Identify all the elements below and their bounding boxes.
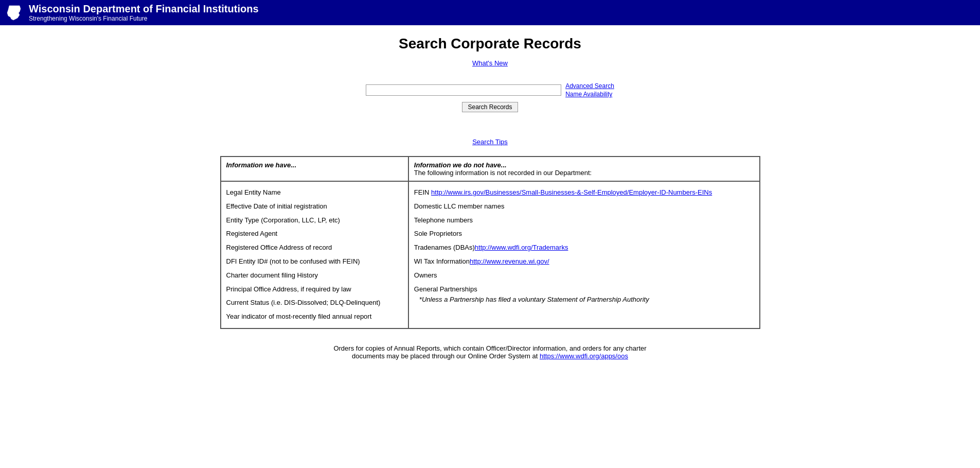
list-item: Registered Office Address of record [226, 241, 403, 255]
search-row: Advanced Search Name Availability [366, 82, 614, 98]
list-item: Current Status (i.e. DIS-Dissolved; DLQ-… [226, 296, 403, 310]
search-section: Advanced Search Name Availability Search… [218, 82, 763, 112]
list-item: Effective Date of initial registration [226, 200, 403, 214]
right-col-entry: FEIN http://www.irs.gov/Businesses/Small… [414, 186, 754, 200]
site-subtitle: Strengthening Wisconsin's Financial Futu… [29, 15, 259, 22]
site-header: Wisconsin Department of Financial Instit… [0, 0, 980, 25]
right-col-entry: Owners [414, 269, 754, 283]
main-content: Search Corporate Records What's New Adva… [207, 25, 773, 380]
search-button[interactable]: Search Records [462, 102, 518, 112]
list-item: DFI Entity ID# (not to be confused with … [226, 255, 403, 269]
italic-note: *Unless a Partnership has filed a volunt… [419, 296, 649, 303]
footer-line1: Orders for copies of Annual Reports, whi… [218, 344, 763, 352]
col2-subheader: The following information is not recorde… [414, 169, 592, 177]
col2-header: Information we do not have... The follow… [408, 157, 760, 181]
right-col-entry: Sole Proprietors [414, 227, 754, 241]
wi-logo-icon [5, 4, 24, 22]
list-item: Principal Office Address, if required by… [226, 283, 403, 297]
info-row: Legal Entity NameEffective Date of initi… [221, 181, 760, 328]
site-title: Wisconsin Department of Financial Instit… [29, 3, 259, 15]
col2-item-text: FEIN [414, 188, 431, 196]
search-input[interactable] [366, 84, 561, 96]
col1-cell: Legal Entity NameEffective Date of initi… [221, 181, 408, 328]
list-item: Entity Type (Corporation, LLC, LP, etc) [226, 214, 403, 228]
search-tips-link[interactable]: Search Tips [472, 138, 508, 146]
col2-item-text: WI Tax Information [414, 257, 470, 265]
info-table-wrapper: Information we have... Information we do… [220, 156, 760, 329]
right-col-entry: WI Tax Informationhttp://www.revenue.wi.… [414, 255, 754, 269]
header-text-block: Wisconsin Department of Financial Instit… [29, 3, 259, 22]
advanced-links: Advanced Search Name Availability [565, 82, 614, 98]
list-item: Legal Entity Name [226, 186, 403, 200]
svg-marker-0 [7, 6, 21, 20]
col2-item-link[interactable]: http://www.irs.gov/Businesses/Small-Busi… [431, 188, 712, 196]
advanced-search-link[interactable]: Advanced Search [565, 82, 614, 90]
col2-item-link[interactable]: http://www.wdfi.org/Trademarks [475, 244, 568, 251]
list-item: Year indicator of most-recently filed an… [226, 310, 403, 324]
info-table: Information we have... Information we do… [220, 156, 760, 329]
right-col-entry: Telephone numbers [414, 214, 754, 228]
right-col-entry: Tradenames (DBAs)http://www.wdfi.org/Tra… [414, 241, 754, 255]
footer-oos-link[interactable]: https://www.wdfi.org/apps/oos [540, 352, 628, 360]
right-col-entry: General Partnerships*Unless a Partnershi… [414, 283, 754, 307]
page-title: Search Corporate Records [218, 36, 763, 52]
col2-item-link[interactable]: http://www.revenue.wi.gov/ [470, 257, 549, 265]
col2-item-text: Tradenames (DBAs) [414, 244, 475, 251]
footer-line2-prefix: documents may be placed through our Onli… [352, 352, 540, 360]
footer: Orders for copies of Annual Reports, whi… [218, 344, 763, 370]
col1-header: Information we have... [221, 157, 408, 181]
name-availability-link[interactable]: Name Availability [565, 91, 612, 98]
col1-list: Legal Entity NameEffective Date of initi… [226, 186, 403, 324]
list-item: Registered Agent [226, 227, 403, 241]
right-col-entry: Domestic LLC member names [414, 200, 754, 214]
footer-line2: documents may be placed through our Onli… [218, 352, 763, 360]
list-item: Charter document filing History [226, 269, 403, 283]
col2-cell: FEIN http://www.irs.gov/Businesses/Small… [408, 181, 760, 328]
col2-header-text: Information we do not have... [414, 161, 507, 169]
whats-new-link[interactable]: What's New [472, 59, 508, 67]
